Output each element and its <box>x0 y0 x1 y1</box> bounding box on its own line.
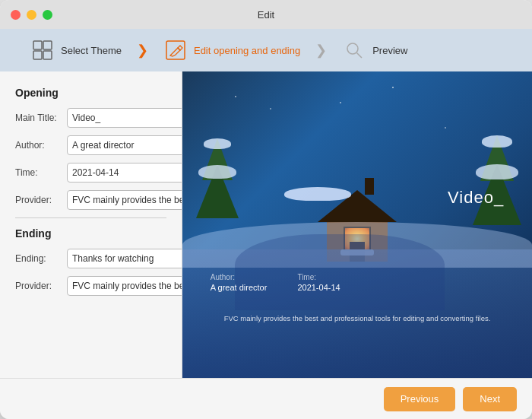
section-divider <box>15 217 166 218</box>
tree-right-group <box>473 135 521 225</box>
time-input[interactable] <box>67 163 182 183</box>
scene <box>182 71 532 378</box>
minimize-button[interactable] <box>27 10 36 20</box>
close-button[interactable] <box>11 10 21 20</box>
traffic-lights <box>11 10 52 20</box>
svg-rect-3 <box>43 51 52 59</box>
previous-button[interactable]: Previous <box>384 387 456 411</box>
star5 <box>340 102 341 103</box>
main-window: Edit Select Theme ❯ <box>0 0 532 419</box>
main-title-row: Main Title: <box>15 108 166 128</box>
title-bar: Edit <box>0 0 532 29</box>
edit-icon <box>163 38 188 62</box>
author-row: Author: <box>15 135 166 155</box>
maximize-button[interactable] <box>43 10 52 20</box>
toolbar: Select Theme ❯ Edit opening and ending ❯ <box>0 29 532 71</box>
preview-background: Video_ Author: A great director Time: 20… <box>182 71 532 378</box>
star2 <box>270 108 271 110</box>
next-button[interactable]: Next <box>463 387 517 411</box>
window-title: Edit <box>258 9 274 21</box>
step2-label: Edit opening and ending <box>194 45 300 56</box>
tree-left-bottom <box>196 165 239 218</box>
star3 <box>392 87 394 88</box>
roof-area <box>318 190 397 222</box>
ending-row: Ending: <box>15 249 166 268</box>
author-label: Author: <box>15 140 67 151</box>
snow-right-top <box>482 135 512 148</box>
svg-point-5 <box>347 43 358 54</box>
svg-rect-2 <box>33 51 42 59</box>
preview-icon <box>342 38 366 62</box>
arrow1-icon: ❯ <box>137 42 148 59</box>
snow-roof <box>284 187 351 201</box>
ending-provider-row: Provider: <box>15 276 166 296</box>
svg-rect-1 <box>43 41 52 49</box>
ending-label: Ending: <box>15 253 67 264</box>
main-content: Opening Main Title: Author: Time: Provid… <box>0 71 532 378</box>
author-input[interactable] <box>67 135 182 155</box>
main-title-input[interactable] <box>67 108 182 128</box>
snow-left-bottom <box>198 165 236 179</box>
select-theme-icon <box>30 38 55 62</box>
left-panel: Opening Main Title: Author: Time: Provid… <box>0 71 182 378</box>
preview-panel: Video_ Author: A great director Time: 20… <box>182 71 532 378</box>
time-row: Time: <box>15 163 166 183</box>
snow-right-bottom <box>476 164 518 179</box>
step3-preview[interactable]: Preview <box>342 38 407 62</box>
provider-input[interactable] <box>67 190 182 210</box>
main-title-label: Main Title: <box>15 113 67 123</box>
ending-input[interactable] <box>67 249 182 268</box>
provider-label: Provider: <box>15 195 67 205</box>
provider-row: Provider: <box>15 190 166 210</box>
tree-left-group <box>196 138 239 218</box>
step2-edit[interactable]: Edit opening and ending <box>163 38 300 62</box>
bottom-bar: Previous Next <box>0 378 532 419</box>
ending-section-title: Ending <box>15 227 166 240</box>
svg-line-6 <box>357 53 363 59</box>
star4 <box>445 127 446 129</box>
arrow2-icon: ❯ <box>315 42 327 59</box>
svg-rect-0 <box>33 41 42 49</box>
chimney <box>365 178 374 195</box>
ending-provider-label: Provider: <box>15 281 67 291</box>
snow-left-top <box>204 138 231 149</box>
opening-section-title: Opening <box>15 87 166 99</box>
step1-label: Select Theme <box>61 45 122 56</box>
step1-select-theme[interactable]: Select Theme <box>30 38 122 62</box>
tree-right-bottom <box>473 164 521 225</box>
star1 <box>235 96 236 97</box>
time-label: Time: <box>15 167 67 178</box>
ending-provider-input[interactable] <box>67 276 182 296</box>
footprints-area <box>235 234 445 311</box>
step3-label: Preview <box>372 45 407 56</box>
